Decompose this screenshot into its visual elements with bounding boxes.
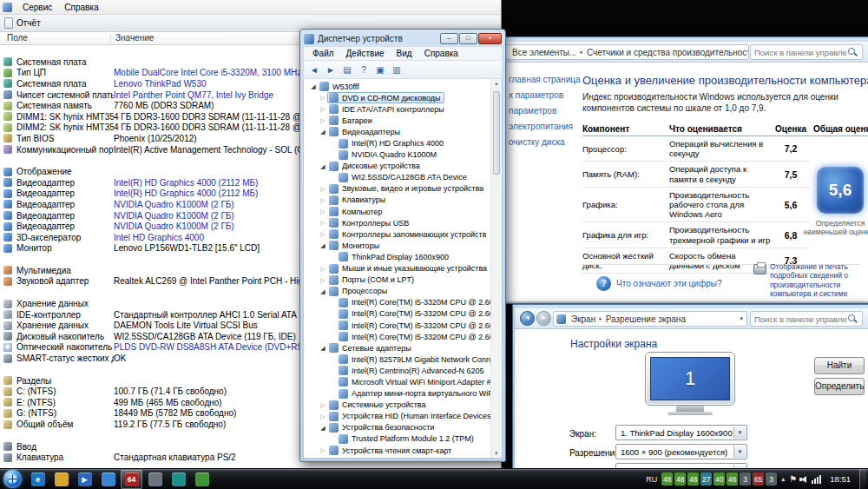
search-input[interactable] bbox=[754, 48, 847, 57]
explorer-icon[interactable] bbox=[50, 470, 72, 489]
expand-arrow-icon[interactable] bbox=[319, 240, 327, 251]
device-tree-item[interactable]: Intel(R) Core(TM) i5-3320M CPU @ 2.60GHz bbox=[304, 308, 502, 320]
clock[interactable]: 18:51 bbox=[824, 474, 857, 484]
device-tree-item[interactable]: Компьютер bbox=[304, 206, 502, 217]
device-tree-item[interactable]: ThinkPad Display 1600x900 bbox=[304, 251, 502, 262]
expand-arrow-icon[interactable] bbox=[319, 161, 327, 172]
sidebar-link[interactable]: очистку диска bbox=[509, 137, 581, 147]
device-tree-item[interactable]: Intel(R) Core(TM) i5-3320M CPU @ 2.60GHz bbox=[304, 331, 502, 342]
chevron-down-icon[interactable] bbox=[733, 446, 746, 458]
scrollbar[interactable]: ▲ ▼ bbox=[490, 79, 502, 458]
chevron-down-icon[interactable] bbox=[736, 315, 746, 322]
sensor-chip[interactable]: 48 bbox=[661, 472, 673, 486]
sensor-chip[interactable]: 40 bbox=[713, 472, 725, 486]
device-tree-item[interactable]: Системные устройства bbox=[304, 400, 502, 411]
ie-icon[interactable]: e bbox=[27, 470, 49, 489]
sensor-chip[interactable]: 3 bbox=[740, 472, 751, 486]
device-tree-item[interactable]: Мыши и иные указывающие устройства bbox=[304, 263, 502, 274]
language-indicator[interactable]: RU bbox=[644, 475, 659, 484]
menu-item[interactable]: Файл bbox=[306, 48, 340, 59]
scan-hardware-icon[interactable]: ▣ bbox=[373, 63, 387, 76]
device-tree-item[interactable]: Устройства чтения смарт-карт bbox=[304, 445, 502, 456]
device-tree-item[interactable]: Сетевые адаптеры bbox=[304, 342, 502, 354]
sensor-chip[interactable]: 3 bbox=[766, 472, 777, 486]
device-tree-item[interactable]: Порты (COM и LPT) bbox=[304, 274, 502, 286]
device-tree-item[interactable]: Клавиатуры bbox=[304, 195, 502, 206]
device-tree-item[interactable]: Адаптер мини-порта виртуального WiFi Mic… bbox=[304, 388, 502, 400]
console-tree-icon[interactable]: ▤ bbox=[340, 63, 354, 76]
expand-arrow-icon[interactable] bbox=[319, 422, 327, 433]
device-tree-item[interactable]: Устройства безопасности bbox=[304, 422, 502, 433]
setting-dropdown[interactable]: 1. ThinkPad Display 1600x900 bbox=[615, 425, 747, 440]
device-tree-item[interactable]: DVD и CD-ROM дисководы bbox=[304, 92, 502, 103]
device-tree-item[interactable]: Microsoft Virtual WiFi Miniport Adapter … bbox=[304, 376, 502, 387]
media-player-icon[interactable]: ▶ bbox=[74, 470, 95, 489]
search-icon[interactable] bbox=[847, 314, 858, 325]
device-tree-item[interactable]: Батареи bbox=[304, 115, 502, 126]
properties-icon[interactable]: ▥ bbox=[390, 63, 404, 76]
aida64-icon[interactable]: 64 bbox=[121, 470, 142, 489]
app-icon-blue[interactable] bbox=[97, 470, 119, 489]
device-tree-item[interactable]: Дисковые устройства bbox=[304, 161, 502, 172]
sensor-chip[interactable]: 46 bbox=[727, 472, 738, 486]
app-icon-teal[interactable] bbox=[168, 470, 189, 489]
show-desktop-button[interactable] bbox=[859, 469, 866, 489]
device-tree-item[interactable]: Контроллеры запоминающих устройств bbox=[304, 228, 502, 240]
search-icon[interactable] bbox=[847, 47, 858, 58]
breadcrumb-item[interactable]: Все элементы... bbox=[510, 48, 578, 57]
sidebar-link[interactable]: параметров bbox=[509, 106, 581, 116]
menu-item[interactable]: Вид bbox=[391, 48, 418, 59]
maximize-button[interactable]: □ bbox=[459, 33, 477, 44]
column-header-field[interactable]: Поле bbox=[7, 33, 28, 43]
action-center-icon[interactable]: ⚑ bbox=[789, 474, 797, 484]
device-tree-item[interactable]: Мониторы bbox=[304, 240, 502, 251]
sensor-chip[interactable]: 27 bbox=[700, 472, 712, 486]
sensor-chip[interactable]: 48 bbox=[687, 472, 699, 486]
device-tree-item[interactable]: Процессоры bbox=[304, 286, 502, 297]
expand-arrow-icon[interactable] bbox=[319, 92, 327, 103]
setting-dropdown[interactable]: 1600 × 900 (рекомендуется) bbox=[615, 444, 747, 459]
menu-item[interactable]: Справка bbox=[58, 2, 104, 13]
start-button[interactable] bbox=[3, 470, 22, 488]
network-icon[interactable] bbox=[812, 474, 821, 484]
device-tree-item[interactable]: Видеоадаптеры bbox=[304, 126, 502, 137]
sidebar-link[interactable]: электропитания bbox=[509, 122, 581, 131]
expand-arrow-icon[interactable] bbox=[319, 263, 327, 274]
expand-arrow-icon[interactable] bbox=[319, 183, 327, 195]
minimize-button[interactable]: – bbox=[440, 33, 458, 44]
help-icon[interactable]: ? bbox=[596, 276, 611, 291]
sidebar-link[interactable]: х параметров bbox=[509, 90, 581, 100]
column-separator[interactable] bbox=[110, 34, 111, 43]
expand-arrow-icon[interactable] bbox=[319, 342, 327, 354]
sidebar-link[interactable]: главная страница bbox=[509, 75, 581, 84]
column-header-value[interactable]: Значение bbox=[115, 33, 154, 43]
expand-arrow-icon[interactable] bbox=[319, 195, 327, 206]
device-tree-item[interactable]: Звуковые, видео и игровые устройства bbox=[304, 183, 502, 195]
hidden-icons-arrow[interactable]: ▴ bbox=[779, 475, 786, 483]
sensor-chip[interactable]: 48 bbox=[674, 472, 686, 486]
expand-arrow-icon[interactable] bbox=[319, 217, 327, 228]
print-details-link[interactable]: Отображение и печать подробных сведений … bbox=[753, 262, 865, 298]
titlebar[interactable]: Диспетчер устройств – □ × bbox=[303, 31, 503, 46]
forward-button[interactable] bbox=[536, 311, 551, 326]
device-tree-item[interactable]: Trusted Platform Module 1.2 (TPM) bbox=[304, 433, 502, 445]
help-link[interactable]: Что означают эти цифры? bbox=[616, 279, 721, 288]
expand-arrow-icon[interactable] bbox=[319, 286, 327, 297]
volume-icon[interactable] bbox=[799, 474, 809, 484]
breadcrumb-item[interactable]: Экран bbox=[569, 314, 597, 324]
close-button[interactable]: × bbox=[478, 33, 502, 44]
expand-arrow-icon[interactable] bbox=[319, 400, 327, 411]
back-button[interactable] bbox=[520, 311, 535, 326]
device-tree-item[interactable]: WI2.5SSD/CA128GB ATA Device bbox=[304, 172, 502, 183]
device-tree-item[interactable]: W530fff bbox=[304, 81, 502, 92]
back-icon[interactable]: ◄ bbox=[307, 63, 321, 76]
help-icon[interactable]: ? bbox=[357, 63, 371, 76]
scroll-up-icon[interactable]: ▲ bbox=[491, 81, 502, 86]
expand-arrow-icon[interactable] bbox=[319, 274, 327, 286]
menu-item[interactable]: Действие bbox=[340, 48, 391, 59]
expand-arrow-icon[interactable] bbox=[309, 81, 318, 92]
app-icon-green[interactable] bbox=[191, 470, 213, 489]
expand-arrow-icon[interactable] bbox=[319, 115, 327, 126]
expand-arrow-icon[interactable] bbox=[319, 228, 327, 240]
scroll-down-icon[interactable]: ▼ bbox=[491, 451, 502, 456]
